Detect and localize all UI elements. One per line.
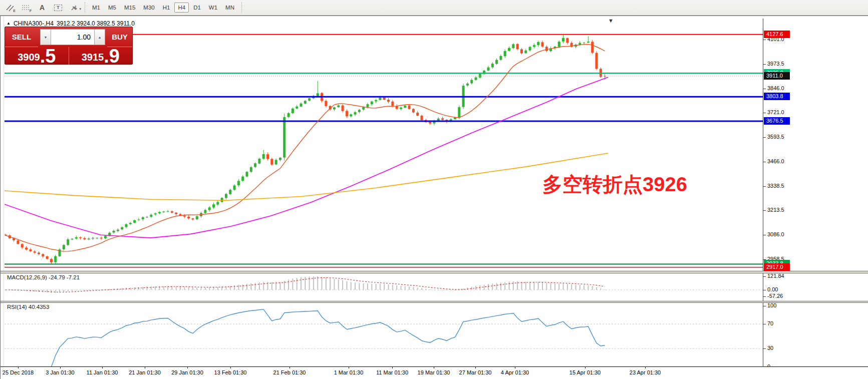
time-tick-mark — [434, 367, 434, 368]
price-tick-label: 3721.0 — [767, 109, 784, 115]
sell-price-main: 3909 — [18, 52, 40, 64]
equidistant-channel-tool[interactable]: E — [3, 2, 17, 14]
time-tick-mark — [349, 367, 349, 368]
axis-tick-mark — [763, 113, 766, 113]
fibonacci-tool[interactable]: F — [19, 2, 33, 14]
time-tick-mark — [102, 367, 103, 368]
chart-window: ▲ CHINA300-,H4 3912.2 3924.0 3892.5 3911… — [0, 16, 868, 379]
timeframe-group: M1M5M15M30H1H4D1W1MN — [89, 3, 238, 13]
sell-button[interactable]: SELL — [5, 27, 38, 47]
time-tick-label: 21 Feb 01:30 — [273, 369, 306, 375]
price-tick-label: 3593.5 — [767, 134, 784, 140]
time-tick-mark — [60, 367, 61, 368]
rsi-tick-label: 30 — [767, 345, 773, 351]
axis-tick-mark — [763, 210, 766, 211]
macd-canvas[interactable] — [5, 273, 763, 301]
axis-tick-mark — [763, 290, 766, 290]
symbol-marker-icon: ▲ — [7, 21, 11, 26]
pane-splitter[interactable] — [1, 301, 868, 303]
time-tick-mark — [392, 367, 393, 368]
price-badge: 4127.6 — [764, 31, 790, 38]
axis-tick-mark — [763, 64, 766, 65]
time-tick-label: 23 Apr 01:30 — [630, 369, 661, 375]
axis-tick-mark — [763, 276, 766, 277]
volume-increase-button[interactable]: ▲ — [94, 29, 105, 45]
price-tick-label: 3846.0 — [767, 85, 784, 91]
price-badge: 3676.5 — [764, 117, 790, 125]
timeframe-button-m15[interactable]: M15 — [121, 3, 139, 13]
axis-tick-mark — [763, 324, 766, 324]
axis-tick-mark — [763, 137, 766, 138]
tool-letter: E — [13, 9, 16, 13]
price-tick-label: 3466.0 — [767, 158, 784, 164]
time-tick-mark — [187, 367, 188, 368]
chart-header: ▲ CHINA300-,H4 3912.2 3924.0 3892.5 3911… — [7, 20, 135, 27]
time-tick-label: 13 Feb 01:30 — [214, 369, 247, 375]
macd-tick-label: 0.00 — [767, 286, 778, 292]
time-tick-label: 21 Jan 01:30 — [129, 369, 161, 375]
timeframe-button-h1[interactable]: H1 — [159, 3, 174, 13]
chart-annotation: 多空转折点3926 — [542, 171, 687, 198]
price-badge: 3911.0 — [764, 72, 790, 80]
tool-letter: F — [30, 9, 32, 13]
pane-splitter[interactable] — [1, 271, 868, 273]
axis-tick-mark — [763, 235, 766, 235]
axis-tick-mark — [763, 89, 766, 89]
text-tool-glyph: A — [40, 4, 45, 12]
time-tick-label: 1 Mar 01:30 — [334, 369, 364, 375]
timeframe-button-w1[interactable]: W1 — [205, 3, 221, 13]
buy-price-main: 3915 — [82, 52, 104, 64]
axis-tick-mark — [763, 40, 766, 40]
time-tick-label: 15 Apr 01:30 — [569, 369, 601, 375]
timeframe-button-d1[interactable]: D1 — [190, 3, 204, 13]
time-tick-mark — [290, 367, 290, 368]
buy-button[interactable]: BUY — [107, 27, 132, 47]
axis-tick-mark — [763, 186, 766, 187]
mt4-terminal: EFAT▾ M1M5M15M30H1H4D1W1MN ▲ CHINA300-,H… — [0, 0, 868, 379]
time-tick-label: 11 Mar 01:30 — [376, 369, 408, 375]
rsi-tick-label: 70 — [767, 320, 773, 326]
timeframe-button-m5[interactable]: M5 — [105, 3, 120, 13]
timeframe-button-m30[interactable]: M30 — [140, 3, 158, 13]
time-tick-mark — [230, 367, 231, 368]
time-tick-mark — [585, 367, 586, 368]
time-tick-mark — [18, 367, 19, 368]
symbol-title: CHINA300-,H4 — [14, 20, 54, 27]
buy-price[interactable]: 3915.9 — [69, 47, 133, 65]
sell-price-fraction: .5 — [40, 49, 56, 64]
time-tick-mark — [475, 367, 476, 368]
drawing-tools-group: EFAT▾ — [0, 2, 81, 14]
axis-tick-mark — [763, 296, 766, 297]
macd-tick-label: 121.84 — [767, 273, 784, 279]
axis-tick-mark — [763, 162, 766, 162]
price-tick-label: 3086.0 — [767, 231, 784, 237]
volume-input[interactable]: 1.00 — [51, 29, 94, 45]
toolbar: EFAT▾ M1M5M15M30H1H4D1W1MN — [0, 0, 868, 16]
price-badge: 2917.0 — [764, 263, 790, 271]
text-tool[interactable]: A — [35, 2, 49, 14]
sell-price[interactable]: 3909.5 — [5, 47, 69, 65]
time-tick-label: 11 Jan 01:30 — [87, 369, 118, 375]
time-tick-label: 25 Dec 2018 — [3, 369, 34, 375]
chart-shift-marker-icon[interactable]: ▼ — [608, 18, 614, 24]
volume-decrease-button[interactable]: ▼ — [40, 29, 51, 45]
timeframe-button-m1[interactable]: M1 — [89, 3, 104, 13]
buy-price-fraction: .9 — [104, 49, 120, 64]
time-tick-mark — [645, 367, 646, 368]
time-tick-label: 19 Mar 01:30 — [418, 369, 450, 375]
time-tick-label: 27 Mar 01:30 — [459, 369, 492, 375]
rsi-canvas[interactable] — [5, 303, 763, 366]
toolbar-separator — [85, 2, 85, 13]
timeframe-button-mn[interactable]: MN — [222, 3, 238, 13]
time-tick-label: 29 Jan 01:30 — [171, 369, 203, 375]
time-axis[interactable]: 25 Dec 20183 Jan 01:3011 Jan 01:3021 Jan… — [1, 366, 868, 379]
time-tick-label: 3 Jan 01:30 — [46, 369, 75, 375]
text-label-glyph: T — [54, 5, 62, 11]
price-axis[interactable]: 4101.03973.53846.03721.03593.53466.03338… — [763, 19, 868, 366]
axis-tick-mark — [763, 348, 766, 349]
arrows-tool[interactable]: ▾ — [67, 2, 81, 14]
rsi-label: RSI(14) 40.4353 — [7, 304, 49, 310]
macd-label: MACD(12,26,9) -24.79 -7.21 — [7, 274, 80, 280]
text-label-tool[interactable]: T — [51, 2, 65, 14]
timeframe-button-h4[interactable]: H4 — [174, 3, 189, 13]
